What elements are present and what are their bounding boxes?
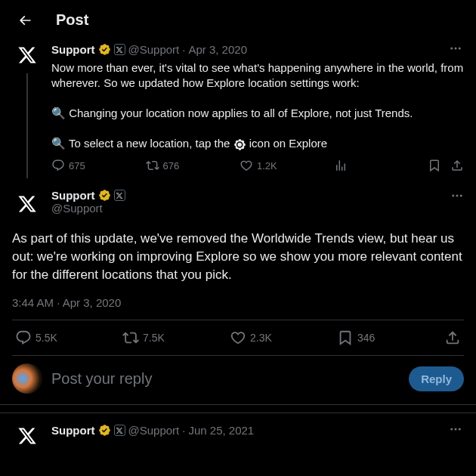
display-name[interactable]: Support [51, 43, 95, 56]
post-text: Now more than ever, it's vital to see wh… [51, 60, 464, 151]
page-title: Post [56, 11, 88, 29]
share-button[interactable] [444, 329, 461, 346]
svg-point-8 [459, 428, 461, 431]
parent-post[interactable]: Support @Support · Apr 3, 2020 Now more … [0, 40, 476, 181]
verified-badge-icon [98, 43, 111, 56]
org-badge-icon [114, 425, 125, 436]
repost-icon [122, 329, 139, 346]
bookmark-button[interactable]: 346 [337, 329, 444, 346]
reply-composer[interactable]: Post your reply Reply [0, 356, 476, 404]
avatar[interactable] [12, 40, 42, 70]
x-logo-icon [17, 426, 37, 446]
repost-button[interactable]: 676 [146, 159, 237, 172]
verified-badge-icon [98, 189, 111, 202]
svg-point-5 [460, 195, 462, 197]
dots-icon [449, 42, 462, 55]
handle[interactable]: @Support [128, 43, 180, 56]
user-avatar[interactable] [12, 363, 42, 394]
back-button[interactable] [12, 8, 38, 33]
repost-button[interactable]: 7.5K [122, 329, 230, 346]
reply-icon [51, 159, 65, 172]
reply-input[interactable]: Post your reply [51, 370, 400, 388]
svg-point-0 [450, 48, 453, 50]
thread-line [26, 73, 28, 178]
reply-icon [15, 329, 32, 346]
gear-icon [233, 138, 246, 151]
org-badge-icon [114, 44, 125, 55]
post-date[interactable]: Apr 3, 2020 [188, 43, 247, 56]
repost-icon [146, 159, 159, 172]
post-timestamp[interactable]: 3:44 AM · Apr 3, 2020 [12, 296, 464, 320]
bookmark-button[interactable] [428, 159, 441, 172]
post-date[interactable]: Jun 25, 2021 [188, 424, 254, 437]
main-post: Support @Support As part of this update,… [0, 181, 476, 356]
share-button[interactable] [450, 159, 464, 172]
dots-icon [450, 189, 464, 202]
share-icon [444, 329, 461, 346]
x-logo-icon [17, 194, 37, 214]
like-button[interactable]: 2.3K [230, 329, 337, 346]
org-badge-icon [114, 190, 125, 201]
svg-point-6 [450, 428, 453, 431]
svg-point-4 [456, 195, 459, 197]
svg-point-2 [459, 48, 461, 50]
reply-button[interactable]: 5.5K [15, 329, 122, 346]
verified-badge-icon [98, 424, 111, 437]
arrow-left-icon [17, 13, 32, 28]
svg-point-3 [452, 195, 454, 197]
reply-post[interactable]: Support @Support · Jun 25, 2021 [0, 413, 476, 451]
handle[interactable]: @Support [51, 202, 125, 215]
post-text: As part of this update, we've removed th… [12, 230, 464, 284]
views-button[interactable] [334, 159, 425, 172]
reply-submit-button[interactable]: Reply [409, 366, 464, 391]
section-divider [0, 404, 476, 413]
dots-icon [449, 422, 462, 436]
analytics-icon [334, 159, 348, 172]
like-button[interactable]: 1.2K [240, 159, 331, 172]
bookmark-icon [337, 329, 354, 346]
avatar[interactable] [12, 421, 42, 451]
display-name[interactable]: Support [51, 424, 95, 437]
handle[interactable]: @Support [128, 424, 180, 437]
svg-point-7 [455, 428, 457, 431]
avatar[interactable] [12, 189, 42, 219]
more-button[interactable] [450, 189, 464, 206]
bookmark-icon [428, 159, 441, 172]
reply-button[interactable]: 675 [51, 159, 143, 172]
heart-icon [240, 159, 253, 172]
share-icon [450, 159, 464, 172]
more-button[interactable] [447, 421, 464, 440]
x-logo-icon [17, 45, 37, 65]
svg-point-1 [455, 48, 457, 50]
display-name[interactable]: Support [51, 189, 95, 202]
more-button[interactable] [447, 40, 464, 59]
heart-icon [230, 329, 246, 346]
